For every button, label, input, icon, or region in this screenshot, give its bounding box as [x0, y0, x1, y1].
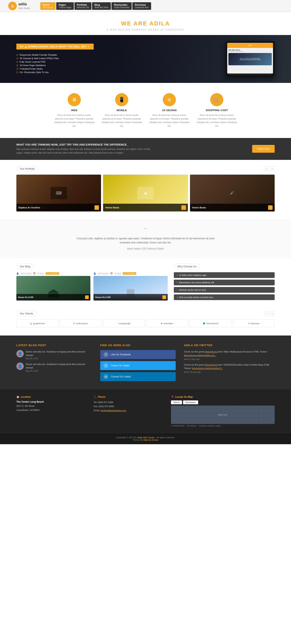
why-item-2: + Aenean auctor wisi et urna — [174, 287, 275, 293]
cta-body: Nam pulvinar interdum iaculis. Aliquam e… — [16, 148, 155, 154]
logo: a adila Web Studio — [8, 2, 30, 10]
phone-tel: Tel: (650) 871-5500 — [94, 400, 163, 404]
service-web-title: WEB — [53, 109, 95, 112]
portfolio-next-arrow[interactable]: › — [270, 166, 275, 171]
tw-button[interactable]: t Follow On Twitter — [100, 361, 176, 370]
audiojungle-icon: ♪ — [117, 322, 118, 325]
why-item-0: + Ut tellus dolor dapibus eget — [174, 272, 275, 278]
service-ux-icon: ⊞ — [163, 93, 176, 106]
3docean-icon: ◈ — [248, 322, 250, 325]
tweet-1-time: about 16 days ago — [184, 371, 275, 373]
location-icon: 🏠 — [16, 396, 19, 398]
blog-1-date-icon: 📅 — [110, 272, 113, 275]
blog-0-author-icon: 👤 — [16, 272, 19, 275]
portfolio-item-1-title: Venice Boats — [105, 206, 119, 209]
clients-next-arrow[interactable]: › — [270, 311, 275, 316]
client-themeforest[interactable]: 🌲 themeforest — [190, 319, 231, 327]
tw-label: Follow On Twitter — [111, 364, 130, 367]
service-ux: ⊞ UX DESIGN Nunc sit amet nisl ut ipsum … — [149, 93, 190, 128]
portfolio-prev-arrow[interactable]: ‹ — [264, 166, 269, 171]
nav-blog[interactable]: BlogWhat We Think — [92, 2, 111, 10]
tweet-0-text: Check out this great #themeforest item '… — [184, 350, 275, 357]
portfolio-item-0[interactable]: ⌨ Dapibus Ac Facilisis › — [16, 174, 101, 212]
map-title: 📍 Locate On Map — [171, 396, 275, 398]
footer-avatar-0: 👤 — [16, 350, 24, 358]
footer-location: 🏠 Location The Center Long Beach 2017 E.… — [16, 396, 85, 427]
portfolio-item-2[interactable]: 🖋 Venice Boats › — [190, 174, 275, 212]
copyright-brand-link[interactable]: Adila Web Studio — [137, 436, 155, 439]
map-btn-satellite[interactable]: Δορυφόρος — [183, 400, 198, 404]
blog-post-0-thumb[interactable]: House On A Hill › — [16, 276, 90, 300]
blog-0-date: 25 May — [37, 272, 44, 275]
li-label: Connet On Linked — [111, 375, 131, 378]
phone-icon: 📞 — [94, 396, 97, 398]
nav-items: HomeGet Started PagesTheme Pages Portfol… — [40, 2, 151, 10]
blog-title: Our Blog — [16, 264, 34, 269]
brand-name: adila — [18, 2, 27, 6]
location-company: The Center Long Beach — [16, 400, 85, 403]
portfolio-item-0-title: Dapibus Ac Facilisis — [18, 206, 40, 209]
banner-feature-1: ☑45 Cleaned & Well Coded HTML5 Files — [16, 57, 146, 60]
linkedin-icon: in — [103, 374, 108, 379]
fb-button[interactable]: f Like On Facebook — [100, 350, 176, 359]
codecanyon-icon: ⚙ — [73, 322, 75, 325]
footer-top: Latest Blog Post 👤 Donec sed odio dui. V… — [0, 336, 291, 389]
twitter-icon: t — [103, 363, 108, 368]
service-cart-icon: 🛒 — [210, 93, 223, 106]
testimonial-author: Brain Adams CEO Mannat Studio — [127, 247, 164, 250]
nav-home[interactable]: HomeGet Started — [40, 2, 56, 10]
location-addr2: Long Beach, CA 90814 — [16, 408, 85, 412]
testimonial-section: " Cras justo odio, dapibus ac facilisis … — [0, 220, 291, 258]
portfolio-grid: ⌨ Dapibus Ac Facilisis › ◈ Venice Boats … — [16, 174, 275, 220]
nav-purchase[interactable]: PurchaseDownload Now — [132, 2, 151, 10]
nav-portfolio[interactable]: PortfolioWhat We Did — [74, 2, 91, 10]
footer-social: Find Us Here Also f Like On Facebook t F… — [100, 344, 176, 381]
why-choose-section: Why Choose Us + Ut tellus dolor dapibus … — [174, 264, 275, 300]
clients-prev-arrow[interactable]: ‹ — [264, 311, 269, 316]
service-mobile-desc: Nunc sit amet nisl ut ipsum auctor place… — [101, 114, 143, 128]
portfolio-item-1[interactable]: ◈ Venice Boats › — [103, 174, 188, 212]
client-3docean[interactable]: ◈ 3docean — [233, 319, 275, 327]
brand-tagline: Web Studio — [18, 7, 30, 10]
nav-shortcodes[interactable]: ShortcodesUseful Elementst — [111, 2, 132, 10]
nav-pages[interactable]: PagesTheme Pages — [56, 2, 74, 10]
portfolio-header: Our Portfolio ‹ › — [16, 166, 275, 172]
copyright-rights: . All rights reserved. — [155, 436, 175, 439]
map-button-row: Χάρτης Δορυφόρος — [171, 400, 275, 404]
clients-grid: ⚓ graphicriver ⚙ codecanyon ♪ audiojungl… — [16, 319, 275, 327]
service-mobile: 📱 MOBILE Nunc sit amet nisl ut ipsum auc… — [101, 93, 143, 128]
phone-fax: Fax: (650) 872-8805 — [94, 404, 163, 408]
cta-button[interactable]: A Big Button — [252, 145, 275, 153]
footer-info: 🏠 Location The Center Long Beach 2017 E.… — [0, 389, 291, 433]
hero-subtitle: A WEB DESIGN COMPANY BASED IN CAMBRIDGE — [4, 28, 287, 31]
blog-1-author: Jeff Fashkin — [98, 272, 109, 275]
client-audiojungle[interactable]: ♪ audiojungle — [103, 319, 145, 327]
footer-post-0-text: Donec sed odio dui. Vestibulum id ligula… — [26, 350, 92, 357]
service-cart-desc: Nunc sit amet nisl ut ipsum auctor place… — [196, 114, 238, 128]
quote-icon: " — [24, 227, 267, 234]
blog-post-1-arrow: › — [162, 296, 166, 299]
client-graphicriver[interactable]: ⚓ graphicriver — [16, 319, 58, 327]
service-web: 🖥 WEB Nunc sit amet nisl ut ipsum auctor… — [53, 93, 95, 128]
portfolio-arrow-2: › — [268, 205, 273, 210]
li-button[interactable]: in Connet On Linked — [100, 372, 176, 381]
footer-social-title: Find Us Here Also — [100, 344, 176, 347]
map-btn-charter[interactable]: Χάρτης — [171, 400, 182, 404]
blog-1-comments-badge: 25 Comments — [123, 272, 136, 275]
footer-blog: Latest Blog Post 👤 Donec sed odio dui. V… — [16, 344, 92, 381]
blog-post-1-title: House On A Hill — [95, 296, 110, 298]
client-activeden[interactable]: ▶ activeden — [146, 319, 188, 327]
client-codecanyon[interactable]: ⚙ codecanyon — [60, 319, 101, 327]
blog-post-0-title: House On A Hill — [18, 296, 33, 298]
why-item-1: + Elementum vel cursus eleifend, elit — [174, 280, 275, 285]
blog-section: Our Blog 👤 Jeff Fashkin 📅 25 May 25 Comm… — [16, 264, 168, 300]
footer-post-0-date: May 09, 2013 — [26, 358, 92, 360]
blog-post-1-thumb[interactable]: House On A Hill › — [93, 276, 168, 300]
footer-phone: 📞 Phone Tel: (650) 871-5500 Fax: (650) 8… — [94, 396, 163, 427]
cta-text: WHAT YOU ARE THINKING NOW, JUST TRY THIS… — [16, 143, 248, 154]
blog-1-author-icon: 👤 — [93, 272, 96, 275]
copyright-text: Copyright © 2013 By — [116, 436, 137, 439]
theme-link[interactable]: Mannat Studio — [144, 439, 158, 441]
banner-strip: BY ☁ DOWNLOADING ADILA! WHAT YOU WILL GE… — [16, 44, 94, 50]
email-link[interactable]: info@adilawebstudio.com — [101, 409, 126, 412]
